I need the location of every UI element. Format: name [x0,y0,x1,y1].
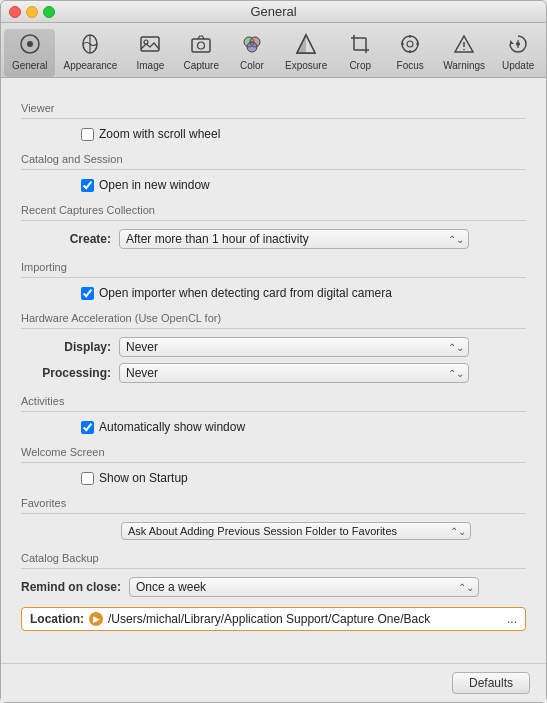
crop-icon [349,33,371,58]
zoom-checkbox[interactable] [81,128,94,141]
recent-divider [21,220,526,221]
toolbar-item-exposure[interactable]: Exposure [277,29,335,77]
new-window-checkbox-row: Open in new window [81,178,210,192]
title-bar: General [1,1,546,23]
show-startup-checkbox-row: Show on Startup [81,471,188,485]
zoom-checkbox-row: Zoom with scroll wheel [81,127,220,141]
image-label: Image [137,60,165,71]
display-label: Display: [21,340,111,354]
capture-icon [190,33,212,58]
svg-rect-4 [141,37,159,51]
auto-show-checkbox[interactable] [81,421,94,434]
open-importer-label: Open importer when detecting card from d… [99,286,392,300]
display-select[interactable]: Never Always [119,337,469,357]
catalog-section-header: Catalog and Session [21,153,526,165]
activities-divider [21,411,526,412]
toolbar-item-update[interactable]: Update [493,29,543,77]
processing-select-wrapper: Never Always ⌃⌄ [119,363,469,383]
toolbar-items: General Appearance [4,29,543,77]
close-button[interactable] [9,6,21,18]
crop-label: Crop [349,60,371,71]
toolbar-item-color[interactable]: Color [227,29,277,77]
exposure-label: Exposure [285,60,327,71]
backup-divider [21,568,526,569]
favorites-section-header: Favorites [21,497,526,509]
auto-show-checkbox-row: Automatically show window [81,420,245,434]
show-startup-checkbox[interactable] [81,472,94,485]
auto-show-label: Automatically show window [99,420,245,434]
create-label: Create: [21,232,111,246]
maximize-button[interactable] [43,6,55,18]
importing-divider [21,277,526,278]
focus-icon [399,33,421,58]
remind-select[interactable]: Once a week Every day Never [129,577,479,597]
remind-row: Remind on close: Once a week Every day N… [21,577,526,597]
appearance-icon [79,33,101,58]
defaults-button[interactable]: Defaults [452,672,530,694]
content-area: Viewer Zoom with scroll wheel Catalog an… [1,78,546,663]
activities-section-header: Activities [21,395,526,407]
open-importer-row: Open importer when detecting card from d… [21,286,526,300]
location-folder-icon: ▶ [89,612,103,626]
recent-section-header: Recent Captures Collection [21,204,526,216]
zoom-row: Zoom with scroll wheel [21,127,526,141]
minimize-button[interactable] [26,6,38,18]
color-icon [241,33,263,58]
svg-point-19 [407,41,413,47]
location-ellipsis-button[interactable]: ... [507,612,517,626]
focus-label: Focus [397,60,424,71]
favorites-select[interactable]: Ask About Adding Previous Session Folder… [121,522,471,540]
main-window: General General [0,0,547,703]
toolbar-item-warnings[interactable]: Warnings [435,29,493,77]
toolbar-item-general[interactable]: General [4,29,56,77]
toolbar-item-crop[interactable]: Crop [335,29,385,77]
window-title: General [250,4,296,19]
capture-label: Capture [183,60,219,71]
traffic-lights [9,6,55,18]
favorites-select-wrapper: Ask About Adding Previous Session Folder… [121,522,471,540]
svg-marker-27 [510,40,514,44]
hardware-section-header: Hardware Acceleration (Use OpenCL for) [21,312,526,324]
toolbar-item-focus[interactable]: Focus [385,29,435,77]
svg-point-28 [516,42,520,46]
hardware-divider [21,328,526,329]
color-label: Color [240,60,264,71]
exposure-icon [295,33,317,58]
location-path: /Users/michal/Library/Application Suppor… [108,612,502,626]
new-window-checkbox[interactable] [81,179,94,192]
warnings-icon [453,33,475,58]
auto-show-row: Automatically show window [21,420,526,434]
svg-rect-6 [192,39,210,52]
toolbar-item-capture[interactable]: Capture [175,29,227,77]
general-icon [19,33,41,58]
svg-point-1 [27,41,33,47]
toolbar-item-appearance[interactable]: Appearance [55,29,125,77]
location-label: Location: [30,612,84,626]
show-startup-row: Show on Startup [21,471,526,485]
location-box[interactable]: Location: ▶ /Users/michal/Library/Applic… [21,607,526,631]
update-label: Update [502,60,534,71]
zoom-label: Zoom with scroll wheel [99,127,220,141]
remind-label: Remind on close: [21,580,121,594]
location-row: Location: ▶ /Users/michal/Library/Applic… [21,603,526,631]
display-row: Display: Never Always ⌃⌄ [21,337,526,357]
create-select[interactable]: After more than 1 hour of inactivity Aft… [119,229,469,249]
footer: Defaults [1,663,546,702]
update-icon [507,33,529,58]
importing-section-header: Importing [21,261,526,273]
open-importer-checkbox[interactable] [81,287,94,300]
processing-select[interactable]: Never Always [119,363,469,383]
new-window-row: Open in new window [21,178,526,192]
display-select-wrapper: Never Always ⌃⌄ [119,337,469,357]
general-label: General [12,60,48,71]
welcome-divider [21,462,526,463]
svg-point-7 [198,42,205,49]
warnings-label: Warnings [443,60,485,71]
create-select-wrapper: After more than 1 hour of inactivity Aft… [119,229,469,249]
favorites-divider [21,513,526,514]
viewer-section-header: Viewer [21,102,526,114]
show-startup-label: Show on Startup [99,471,188,485]
svg-point-18 [402,36,418,52]
toolbar-item-image[interactable]: Image [125,29,175,77]
open-importer-checkbox-row: Open importer when detecting card from d… [81,286,392,300]
